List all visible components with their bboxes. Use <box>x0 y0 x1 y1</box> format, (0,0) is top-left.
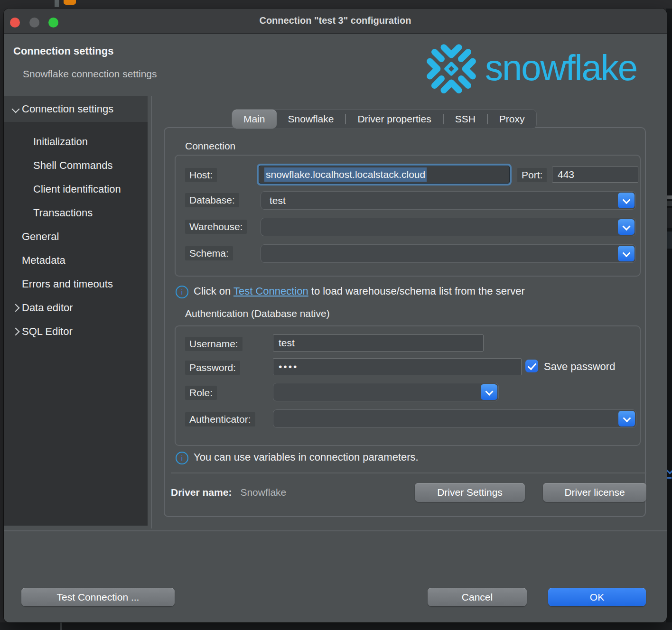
driver-license-button[interactable]: Driver license <box>543 483 646 502</box>
check-icon <box>527 361 536 370</box>
driver-settings-button[interactable]: Driver Settings <box>415 483 525 502</box>
host-label: Host: <box>185 168 217 182</box>
role-label: Role: <box>185 386 217 400</box>
sidebar-item-errors-and-timeouts[interactable]: Errors and timeouts <box>4 272 148 296</box>
schema-label: Schema: <box>185 246 233 260</box>
variables-hint: You can use variables in connection para… <box>194 451 419 463</box>
cancel-button[interactable]: Cancel <box>428 588 527 606</box>
username-input[interactable]: test <box>273 334 484 352</box>
host-input[interactable]: snowflake.localhost.localstack.cloud <box>259 166 510 184</box>
driver-name-value: Snowflake <box>240 487 286 498</box>
authenticator-dropdown-button[interactable] <box>618 411 635 426</box>
snowflake-wordmark: snowflake <box>485 47 637 88</box>
sidebar-item-sql-editor[interactable]: SQL Editor <box>4 320 148 343</box>
background-app-top <box>0 0 672 9</box>
ok-button[interactable]: OK <box>548 588 646 606</box>
connection-group-title: Connection <box>185 140 235 152</box>
sidebar-item-metadata[interactable]: Metadata <box>4 249 148 272</box>
schema-dropdown-button[interactable] <box>618 246 635 261</box>
background-chevron-bar <box>666 477 672 479</box>
info-icon: i <box>176 452 188 464</box>
background-app-right <box>666 9 672 622</box>
background-divider <box>55 0 59 7</box>
password-value: •••• <box>279 361 298 372</box>
sidebar-item-client-identification[interactable]: Client identification <box>4 177 148 201</box>
background-divider <box>60 622 62 630</box>
save-password-checkbox[interactable] <box>525 360 538 372</box>
port-label: Port: <box>517 168 547 182</box>
port-input[interactable]: 443 <box>552 167 638 183</box>
chevron-right-icon <box>12 304 20 312</box>
background-band <box>666 201 672 206</box>
test-connection-hint: Click on Test Connection to load warehou… <box>194 285 525 297</box>
sidebar-item-connection-settings[interactable]: Connection settings <box>4 96 148 122</box>
host-value: snowflake.localhost.localstack.cloud <box>264 167 427 182</box>
chevron-down-icon <box>12 105 20 113</box>
settings-tree: Connection settings Initialization Shell… <box>4 96 148 526</box>
database-value: test <box>270 195 286 206</box>
test-connection-link[interactable]: Test Connection <box>233 285 308 297</box>
schema-select[interactable] <box>261 244 636 263</box>
tab-snowflake[interactable]: Snowflake <box>277 110 345 129</box>
chevron-down-icon <box>622 222 630 231</box>
page-title: Connection settings <box>13 45 113 57</box>
port-value: 443 <box>558 169 574 180</box>
page-subtitle: Snowflake connection settings <box>23 68 157 80</box>
info-icon: i <box>176 286 188 298</box>
tab-driver-properties[interactable]: Driver properties <box>346 110 442 129</box>
background-app-bottom <box>0 622 672 630</box>
sidebar-item-shell-commands[interactable]: Shell Commands <box>4 154 148 177</box>
tab-ssh[interactable]: SSH <box>444 110 487 129</box>
chevron-down-icon <box>622 196 630 204</box>
chevron-down-icon <box>623 414 631 422</box>
driver-name-label: Driver name: <box>171 487 232 498</box>
password-label: Password: <box>185 361 240 375</box>
snowflake-logo: snowflake <box>422 33 667 104</box>
snowflake-mark-icon <box>422 40 480 98</box>
role-select[interactable] <box>273 383 499 401</box>
window-title: Connection "test 3" configuration <box>4 9 667 32</box>
background-band <box>666 232 672 249</box>
sidebar-item-initialization[interactable]: Initialization <box>4 130 148 154</box>
sidebar-item-data-editor[interactable]: Data editor <box>4 296 148 320</box>
warehouse-dropdown-button[interactable] <box>618 219 635 235</box>
warehouse-select[interactable] <box>261 218 636 236</box>
chevron-down-icon <box>622 249 630 257</box>
auth-group-title: Authentication (Database native) <box>185 308 330 319</box>
tab-proxy[interactable]: Proxy <box>488 110 536 129</box>
test-connection-button[interactable]: Test Connection ... <box>21 588 175 606</box>
username-value: test <box>279 337 295 349</box>
splitter[interactable] <box>151 96 152 528</box>
connection-dialog: Connection "test 3" configuration Connec… <box>4 9 667 622</box>
authenticator-label: Authenticator: <box>185 412 255 426</box>
background-app-icon <box>64 0 76 5</box>
sidebar-item-general[interactable]: General <box>4 225 148 249</box>
role-dropdown-button[interactable] <box>481 384 497 400</box>
tab-bar: Main Snowflake Driver properties SSH Pro… <box>232 109 537 129</box>
titlebar[interactable]: Connection "test 3" configuration <box>4 9 667 34</box>
background-band <box>666 208 672 228</box>
warehouse-label: Warehouse: <box>185 220 247 234</box>
screen: Connection "test 3" configuration Connec… <box>0 0 672 630</box>
divider <box>171 472 646 473</box>
database-dropdown-button[interactable] <box>618 193 635 208</box>
sidebar-item-transactions[interactable]: Transactions <box>4 201 148 225</box>
save-password-label[interactable]: Save password <box>544 361 615 373</box>
chevron-right-icon <box>12 328 20 336</box>
background-band <box>666 195 672 199</box>
database-label: Database: <box>185 193 239 207</box>
database-select[interactable]: test <box>261 191 636 210</box>
username-label: Username: <box>185 337 243 351</box>
password-input[interactable]: •••• <box>273 358 522 375</box>
footer-divider <box>4 530 667 531</box>
driver-row: Driver name: Snowflake Driver Settings D… <box>171 483 646 502</box>
tab-main[interactable]: Main <box>232 110 277 129</box>
chevron-down-icon <box>485 388 493 396</box>
authenticator-select[interactable] <box>273 409 636 428</box>
